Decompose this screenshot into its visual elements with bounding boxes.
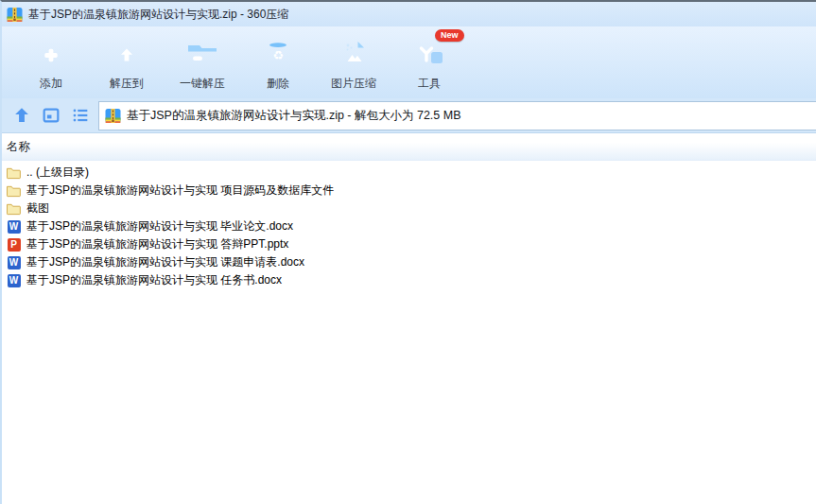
address-bar: 基于JSP的温泉镇旅游网站设计与实现.zip - 解包大小为 72.5 MB <box>2 98 816 133</box>
oneclick-extract-icon <box>184 36 220 72</box>
toolbar: 添加 解压到 一键解压 ♻ 删除 <box>2 26 816 98</box>
word-file-icon: W <box>7 255 21 269</box>
up-icon[interactable] <box>11 105 32 126</box>
folder-icon <box>7 201 21 216</box>
column-header-name[interactable]: 名称 <box>2 133 816 161</box>
list-item[interactable]: 截图 <box>2 200 816 217</box>
file-name: .. (上级目录) <box>26 165 89 181</box>
toolbar-label: 工具 <box>418 76 441 92</box>
word-file-icon: W <box>7 273 21 287</box>
folder-icon <box>7 183 21 198</box>
address-path: 基于JSP的温泉镇旅游网站设计与实现.zip - 解包大小为 72.5 MB <box>127 108 461 124</box>
toolbar-button-tools[interactable]: New 工具 <box>391 36 467 92</box>
toolbar-button-one-click-extract[interactable]: 一键解压 <box>165 36 240 92</box>
ppt-file-icon: P <box>7 237 21 252</box>
folder-icon <box>7 165 21 180</box>
file-name: 基于JSP的温泉镇旅游网站设计与实现 任务书.docx <box>26 272 282 288</box>
svg-text:♻: ♻ <box>272 48 284 62</box>
toolbar-button-extract-to[interactable]: 解压到 <box>89 36 165 92</box>
file-name: 基于JSP的温泉镇旅游网站设计与实现 课题申请表.docx <box>26 254 304 270</box>
file-name: 基于JSP的温泉镇旅游网站设计与实现 项目源码及数据库文件 <box>26 182 334 199</box>
address-nav-icons <box>2 105 98 126</box>
app-window: 基于JSP的温泉镇旅游网站设计与实现.zip - 360压缩 添加 解压到 一键… <box>0 0 816 504</box>
file-name: 基于JSP的温泉镇旅游网站设计与实现 答辩PPT.pptx <box>26 236 288 252</box>
word-file-icon: W <box>7 219 21 234</box>
list-item[interactable]: W 基于JSP的温泉镇旅游网站设计与实现 毕业论文.docx <box>2 217 816 235</box>
list-item[interactable]: W 基于JSP的温泉镇旅游网站设计与实现 任务书.docx <box>2 271 816 289</box>
toolbar-label: 删除 <box>267 76 289 92</box>
tools-cube-icon <box>411 36 447 72</box>
file-name: 基于JSP的温泉镇旅游网站设计与实现 毕业论文.docx <box>26 218 293 235</box>
toolbar-button-image-compress[interactable]: 图片压缩 <box>316 36 391 92</box>
list-item[interactable]: 基于JSP的温泉镇旅游网站设计与实现 项目源码及数据库文件 <box>2 182 816 200</box>
preview-pane-icon[interactable] <box>41 105 61 126</box>
list-item[interactable]: W 基于JSP的温泉镇旅游网站设计与实现 课题申请表.docx <box>2 253 816 271</box>
file-name: 截图 <box>26 200 49 217</box>
delete-trash-icon: ♻ <box>260 36 296 72</box>
toolbar-label: 解压到 <box>110 76 144 92</box>
title-bar: 基于JSP的温泉镇旅游网站设计与实现.zip - 360压缩 <box>2 2 816 26</box>
toolbar-label: 一键解压 <box>180 76 225 92</box>
toolbar-button-delete[interactable]: ♻ 删除 <box>240 36 316 92</box>
window-title: 基于JSP的温泉镇旅游网站设计与实现.zip - 360压缩 <box>28 7 288 23</box>
list-view-icon[interactable] <box>70 105 91 126</box>
list-item[interactable]: .. (上级目录) <box>2 164 816 182</box>
image-compress-icon <box>336 36 372 72</box>
toolbar-label: 添加 <box>40 76 62 92</box>
extract-folder-icon <box>109 36 145 72</box>
zip-archive-icon <box>105 108 121 124</box>
address-input[interactable]: 基于JSP的温泉镇旅游网站设计与实现.zip - 解包大小为 72.5 MB <box>98 101 816 130</box>
add-folder-icon <box>33 36 69 72</box>
toolbar-button-add[interactable]: 添加 <box>13 36 89 92</box>
toolbar-label: 图片压缩 <box>331 76 376 92</box>
file-list: .. (上级目录) 基于JSP的温泉镇旅游网站设计与实现 项目源码及数据库文件 … <box>2 161 816 504</box>
zip-archive-icon <box>7 7 23 23</box>
list-item[interactable]: P 基于JSP的温泉镇旅游网站设计与实现 答辩PPT.pptx <box>2 235 816 253</box>
